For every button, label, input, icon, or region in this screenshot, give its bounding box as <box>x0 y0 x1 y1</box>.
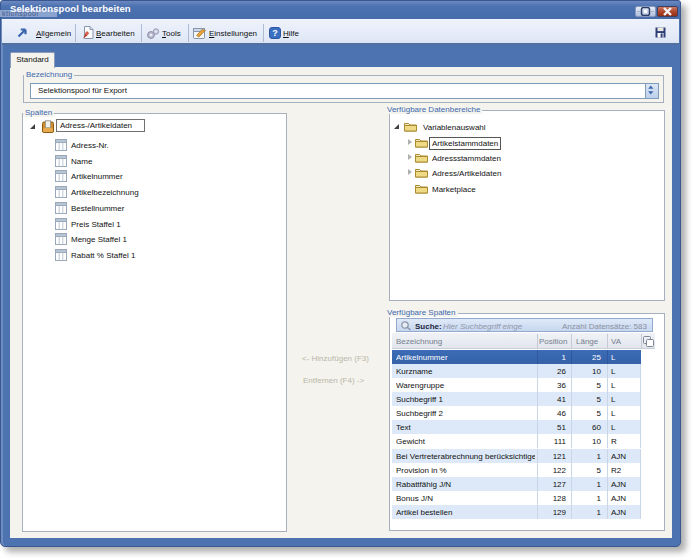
svg-text:?: ? <box>272 28 278 38</box>
